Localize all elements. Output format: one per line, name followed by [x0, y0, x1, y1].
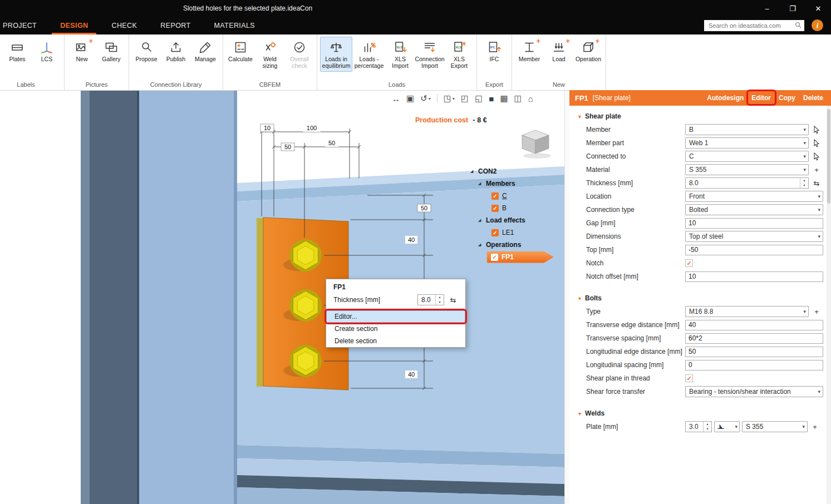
tree-item-con2[interactable]: ◢CON2 — [470, 165, 554, 177]
split-view-icon[interactable]: ◫ — [514, 93, 522, 103]
pick-in-scene-icon[interactable] — [812, 139, 822, 147]
autodesign-button[interactable]: Autodesign — [707, 94, 744, 102]
shear-plane-checkbox[interactable]: ✓ — [685, 374, 693, 382]
xls-export-button[interactable]: XLS XLS Export — [445, 37, 474, 72]
top-input[interactable] — [685, 245, 823, 255]
search-box[interactable] — [704, 20, 804, 31]
tab-project[interactable]: PROJECT — [0, 17, 48, 34]
swap-icon[interactable]: ⇆ — [812, 179, 822, 187]
selected-operation-banner[interactable]: ✓FP1 — [487, 251, 554, 263]
add-weld-icon[interactable]: + — [810, 423, 820, 431]
pick-in-scene-icon[interactable] — [812, 126, 822, 134]
tree-group-members[interactable]: ◢Members — [470, 177, 554, 190]
plates-button[interactable]: Plates — [3, 37, 32, 65]
section-welds[interactable]: ▾ Welds — [569, 405, 831, 420]
shaded-view-icon[interactable]: ▦ — [500, 93, 508, 103]
connection-type-select[interactable]: Bolted▾ — [685, 204, 823, 215]
solid-view-icon[interactable]: ■ — [489, 94, 494, 103]
minimize-button[interactable]: – — [754, 0, 780, 17]
weld-size-spinner[interactable]: 3.0▴▾ — [685, 421, 712, 432]
weld-sizing-button[interactable]: Weld sizing — [255, 37, 284, 72]
tree-item-le1[interactable]: ✓LE1 — [470, 226, 554, 239]
new-member-button[interactable]: + Member — [515, 37, 544, 65]
expander-icon[interactable]: ◢ — [478, 181, 483, 186]
loads-percentage-button[interactable]: Loads - percentage — [353, 37, 385, 72]
menu-item-create-section[interactable]: Create section — [326, 323, 465, 335]
connected-to-select[interactable]: C▾ — [685, 151, 809, 162]
ifc-button[interactable]: IFC IFC — [480, 37, 509, 65]
expander-icon[interactable]: ◢ — [470, 169, 475, 174]
axis-cube[interactable] — [522, 130, 551, 159]
thickness-spinner[interactable]: 8.0▴▾ — [685, 177, 809, 189]
transverse-edge-input[interactable] — [685, 320, 823, 330]
expander-icon[interactable]: ◢ — [478, 243, 483, 247]
calculate-button[interactable]: Calculate — [226, 37, 255, 65]
home-view-icon[interactable]: ⌂ — [528, 94, 533, 103]
tree-item-b[interactable]: ✓B — [470, 202, 554, 214]
thickness-spinner[interactable]: 8.0 ▴▾ — [417, 294, 444, 305]
tab-materials[interactable]: MATERIALS — [203, 17, 267, 34]
location-select[interactable]: Front▾ — [685, 191, 823, 202]
measure-icon[interactable]: ↔ — [392, 94, 400, 103]
gallery-button[interactable]: Gallery — [97, 37, 126, 65]
material-select[interactable]: S 355▾ — [685, 164, 809, 175]
member-part-select[interactable]: Web 1▾ — [685, 137, 809, 149]
transverse-spacing-input[interactable] — [685, 333, 823, 344]
tab-report[interactable]: REPORT — [149, 17, 202, 34]
xls-import-button[interactable]: XLS XLS Import — [386, 37, 415, 72]
checkbox-checked[interactable]: ✓ — [491, 205, 499, 212]
panel-scrollbar[interactable] — [827, 106, 831, 504]
new-operation-button[interactable]: + Operation — [574, 37, 603, 65]
notch-offset-input[interactable] — [685, 271, 823, 282]
view-front-icon[interactable]: ◰ — [461, 93, 469, 103]
close-button[interactable]: ✕ — [805, 0, 831, 17]
spinner-arrows-icon[interactable]: ▴▾ — [435, 295, 444, 305]
tree-group-load-effects[interactable]: ◢Load effects — [470, 214, 554, 226]
scrollbar-thumb[interactable] — [827, 109, 830, 204]
publish-button[interactable]: Publish — [161, 37, 190, 65]
gap-input[interactable] — [685, 218, 823, 229]
rotate-view-icon[interactable]: ↺▾ — [420, 93, 431, 103]
propose-button[interactable]: Propose — [132, 37, 161, 65]
add-material-icon[interactable]: + — [812, 166, 822, 174]
weld-material-select[interactable]: S 355▾ — [742, 421, 808, 432]
delete-button[interactable]: Delete — [803, 94, 823, 102]
fit-view-icon[interactable]: ▣ — [406, 93, 414, 103]
search-input[interactable] — [709, 22, 793, 29]
section-view-icon[interactable]: ◳▾ — [444, 93, 455, 103]
viewport-3d[interactable]: 10 100 50 50 50 40 40 — [0, 91, 564, 504]
expander-icon[interactable]: ◢ — [478, 218, 483, 223]
connection-import-button[interactable]: Connection Import — [415, 37, 444, 72]
weld-type-select[interactable]: ▾ — [714, 421, 740, 432]
tab-design[interactable]: DESIGN — [48, 17, 100, 34]
tree-item-c[interactable]: ✓C — [470, 190, 554, 202]
new-load-button[interactable]: + Load — [544, 37, 573, 65]
pick-in-scene-icon[interactable] — [812, 152, 822, 161]
swap-icon[interactable]: ⇆ — [448, 296, 458, 304]
manage-button[interactable]: Manage — [191, 37, 220, 65]
checkbox-checked[interactable]: ✓ — [491, 192, 499, 200]
longitudinal-edge-input[interactable] — [685, 347, 823, 357]
notch-checkbox[interactable]: ✓ — [685, 259, 693, 267]
tree-group-operations[interactable]: ◢Operations — [470, 239, 554, 251]
loads-in-equilibrium-button[interactable]: Loads in equilibrium — [320, 37, 352, 72]
maximize-button[interactable]: ❐ — [780, 0, 805, 17]
section-bolts[interactable]: ▾ Bolts — [569, 290, 831, 305]
new-picture-button[interactable]: + New — [67, 37, 96, 65]
viewport-panel-divider[interactable] — [564, 91, 569, 504]
copy-button[interactable]: Copy — [779, 94, 795, 102]
spinner-arrows-icon[interactable]: ▴▾ — [703, 422, 711, 432]
checkbox-checked[interactable]: ✓ — [491, 229, 499, 236]
scene-3d[interactable]: 10 100 50 50 50 40 40 — [0, 91, 564, 504]
column-member[interactable] — [81, 91, 237, 504]
checkbox-checked[interactable]: ✓ — [491, 254, 498, 261]
tree-item-fp1-selected[interactable]: ✓FP1 — [470, 251, 554, 263]
info-icon[interactable]: i — [812, 19, 823, 31]
shear-force-select[interactable]: Bearing - tension/shear interaction▾ — [685, 386, 823, 397]
dimensions-select[interactable]: Top of steel▾ — [685, 231, 823, 242]
editor-button[interactable]: Editor — [751, 94, 771, 102]
tab-check[interactable]: CHECK — [100, 17, 149, 34]
section-shear-plate[interactable]: ▾ Shear plate — [569, 108, 831, 123]
menu-item-delete-section[interactable]: Delete section — [326, 335, 465, 347]
view-side-icon[interactable]: ◱ — [475, 93, 483, 103]
